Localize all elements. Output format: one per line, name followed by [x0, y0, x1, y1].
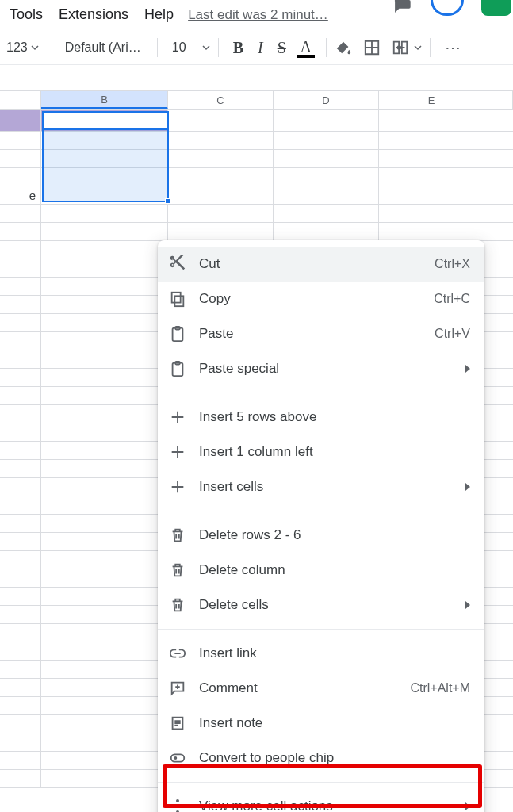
submenu-arrow-icon: [465, 802, 470, 810]
menu-help[interactable]: Help: [136, 3, 182, 26]
ctx-separator: [158, 629, 484, 630]
svg-rect-0: [174, 296, 183, 306]
svg-rect-6: [171, 754, 185, 761]
cell-b1[interactable]: Answers: [41, 110, 168, 132]
ctx-delete-rows-label: Delete rows 2 - 6: [199, 527, 470, 543]
ctx-separator: [158, 393, 484, 393]
submenu-arrow-icon: [465, 483, 470, 491]
trash-icon: [169, 596, 186, 614]
font-family-label: Default (Ari…: [65, 40, 141, 55]
strikethrough-button[interactable]: S: [271, 39, 293, 57]
ctx-people-chip-label: Convert to people chip: [199, 750, 470, 766]
font-size-button[interactable]: 10: [166, 37, 193, 58]
borders-button[interactable]: [363, 39, 381, 56]
toolbar-separator: [52, 38, 52, 57]
column-headers: B C D E: [0, 90, 513, 110]
font-size-label: 10: [172, 40, 186, 55]
comment-icon: [169, 680, 186, 697]
column-header-a-stub[interactable]: [0, 91, 41, 109]
ctx-insert-note[interactable]: Insert note: [158, 706, 484, 741]
ctx-delete-column[interactable]: Delete column: [158, 553, 484, 588]
ctx-paste-special-label: Paste special: [199, 361, 459, 377]
plus-icon: [169, 478, 186, 496]
ctx-insert-rows[interactable]: Insert 5 rows above: [158, 400, 484, 435]
toolbar-separator: [157, 38, 158, 57]
ctx-copy-accel: Ctrl+C: [434, 292, 470, 306]
ctx-insert-column[interactable]: Insert 1 column left: [158, 435, 484, 469]
number-format-button[interactable]: 123: [2, 37, 44, 58]
bold-button[interactable]: B: [227, 39, 250, 57]
context-menu: Cut Ctrl+X Copy Ctrl+C Paste Ctrl+V Past…: [158, 240, 484, 812]
ctx-insert-rows-label: Insert 5 rows above: [199, 409, 470, 425]
submenu-arrow-icon: [465, 601, 470, 609]
ctx-paste-accel: Ctrl+V: [435, 327, 470, 341]
ctx-delete-column-label: Delete column: [199, 562, 470, 578]
scissors-icon: [169, 255, 186, 273]
ctx-insert-cells-label: Insert cells: [199, 479, 459, 495]
ctx-delete-rows[interactable]: Delete rows 2 - 6: [158, 518, 484, 553]
cell-a5-fragment[interactable]: e: [0, 186, 41, 205]
column-header-b[interactable]: B: [41, 91, 168, 109]
fill-color-button[interactable]: [335, 39, 352, 56]
ctx-cut[interactable]: Cut Ctrl+X: [158, 247, 484, 282]
link-icon: [169, 645, 186, 662]
ctx-view-more[interactable]: View more cell actions: [158, 789, 484, 812]
toolbar: 123 Default (Ari… 10 B I S A ⋯: [0, 37, 513, 65]
note-icon: [169, 714, 186, 732]
ctx-delete-cells[interactable]: Delete cells: [158, 588, 484, 622]
chevron-down-icon[interactable]: [414, 44, 422, 52]
sheets-product-icon: [481, 0, 511, 16]
column-header-d[interactable]: D: [274, 91, 379, 109]
ctx-paste-label: Paste: [199, 326, 435, 342]
submenu-arrow-icon: [465, 365, 470, 373]
plus-icon: [169, 443, 186, 461]
chevron-down-icon[interactable]: [202, 44, 210, 52]
person-chip-icon: [169, 749, 186, 767]
ctx-comment[interactable]: Comment Ctrl+Alt+M: [158, 671, 484, 706]
ctx-copy[interactable]: Copy Ctrl+C: [158, 282, 484, 316]
last-edit-status[interactable]: Last edit was 2 minut…: [188, 7, 328, 23]
svg-point-7: [174, 756, 177, 760]
ctx-insert-note-label: Insert note: [199, 715, 470, 731]
comments-history-icon[interactable]: [391, 0, 413, 13]
ctx-comment-label: Comment: [199, 680, 410, 696]
text-color-button[interactable]: A: [294, 38, 318, 58]
share-avatar-icon[interactable]: [431, 0, 464, 16]
toolbar-overflow-button[interactable]: ⋯: [438, 38, 469, 57]
chevron-down-icon: [31, 44, 39, 52]
kebab-icon: [169, 798, 186, 812]
ctx-copy-label: Copy: [199, 291, 434, 307]
column-header-e[interactable]: E: [379, 91, 484, 109]
number-format-label: 123: [6, 40, 28, 55]
clipboard-icon: [169, 360, 186, 377]
copy-icon: [169, 290, 186, 308]
clipboard-icon: [169, 325, 186, 343]
font-family-button[interactable]: Default (Ari…: [60, 37, 149, 58]
ctx-insert-link-label: Insert link: [199, 645, 470, 661]
ctx-cut-accel: Ctrl+X: [435, 257, 470, 271]
merge-cells-button[interactable]: [392, 39, 409, 56]
column-header-f-stub[interactable]: [484, 91, 513, 109]
ctx-cut-label: Cut: [199, 256, 435, 272]
trash-icon: [169, 527, 186, 544]
toolbar-separator: [326, 38, 327, 57]
ctx-paste-special[interactable]: Paste special: [158, 351, 484, 386]
ctx-separator: [158, 782, 484, 783]
ctx-separator: [158, 511, 484, 511]
ctx-insert-link[interactable]: Insert link: [158, 636, 484, 671]
ctx-comment-accel: Ctrl+Alt+M: [410, 681, 470, 695]
plus-icon: [169, 408, 186, 426]
toolbar-separator: [430, 38, 431, 57]
menu-extensions[interactable]: Extensions: [51, 3, 136, 26]
ctx-delete-cells-label: Delete cells: [199, 597, 459, 613]
menu-tools[interactable]: Tools: [2, 3, 51, 26]
ctx-insert-cells[interactable]: Insert cells: [158, 469, 484, 504]
ctx-people-chip[interactable]: Convert to people chip: [158, 741, 484, 776]
trash-icon: [169, 561, 186, 579]
ctx-view-more-label: View more cell actions: [199, 799, 459, 812]
ctx-paste[interactable]: Paste Ctrl+V: [158, 316, 484, 351]
header-right-icons: [391, 0, 511, 16]
column-header-c[interactable]: C: [168, 91, 274, 109]
italic-button[interactable]: I: [251, 39, 270, 57]
ctx-insert-column-label: Insert 1 column left: [199, 444, 470, 460]
